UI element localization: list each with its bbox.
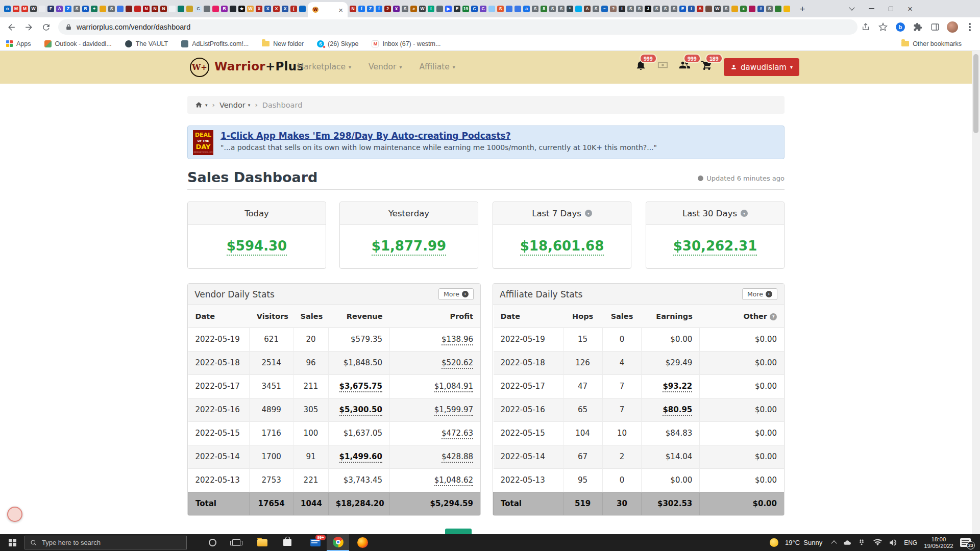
volume-icon[interactable] <box>889 538 897 547</box>
browser-tab[interactable]: M <box>12 0 20 17</box>
bookmark-item[interactable]: MInbox (67) - westm... <box>372 40 440 47</box>
window-restore-button[interactable] <box>881 0 900 17</box>
browser-tab[interactable] <box>229 0 237 17</box>
browser-tab[interactable]: t <box>427 0 435 17</box>
deal-of-the-day-badge[interactable]: DEAL OF THE DAY www.warriorplus.com <box>193 130 213 155</box>
browser-tab[interactable] <box>704 0 713 17</box>
browser-tab[interactable] <box>125 0 133 17</box>
browser-tab[interactable]: o <box>3 0 12 17</box>
browser-tab[interactable] <box>774 0 782 17</box>
browser-tab[interactable]: ? <box>609 0 618 17</box>
caret-circle-icon[interactable]: ▾ <box>585 210 592 217</box>
browser-tab[interactable]: S <box>107 0 116 17</box>
browser-tab[interactable]: f <box>357 0 366 17</box>
apps-shortcut[interactable]: Apps <box>6 40 31 47</box>
stat-card-value[interactable]: $1,877.99 <box>372 238 446 256</box>
stat-card-value[interactable]: $30,262.31 <box>673 238 757 256</box>
browser-tab[interactable]: 19 <box>461 0 470 17</box>
browser-tab[interactable]: S <box>670 0 678 17</box>
browser-tab[interactable]: S <box>496 0 505 17</box>
browser-tab[interactable]: Z <box>366 0 375 17</box>
weather-text[interactable]: 19°C Sunny <box>785 539 822 546</box>
browser-tab[interactable]: I <box>618 0 626 17</box>
browser-tab[interactable]: C <box>194 0 203 17</box>
vendor-more-button[interactable]: More › <box>438 288 474 300</box>
browser-tab[interactable]: ▶ <box>444 0 453 17</box>
profile-avatar[interactable] <box>944 20 961 34</box>
browser-tab[interactable]: ~ <box>600 0 609 17</box>
value-link[interactable]: $472.63 <box>442 429 473 439</box>
browser-tab[interactable]: W <box>418 0 427 17</box>
browser-tab[interactable]: S <box>72 0 81 17</box>
action-center-icon[interactable]: 23 <box>960 538 971 547</box>
browser-tab[interactable]: A <box>583 0 592 17</box>
browser-tab[interactable]: ( <box>289 0 298 17</box>
browser-tab[interactable]: f <box>375 0 383 17</box>
value-link[interactable]: $1,048.62 <box>434 475 473 486</box>
stat-card-value[interactable]: $594.30 <box>227 238 287 256</box>
browser-tab[interactable] <box>574 0 583 17</box>
tab-close-icon[interactable]: × <box>338 6 343 14</box>
browser-tab[interactable]: S <box>652 0 661 17</box>
breadcrumb-vendor[interactable]: Vendor ▾ <box>219 101 250 109</box>
browser-tab[interactable] <box>203 0 211 17</box>
weather-sun-icon[interactable] <box>770 538 778 547</box>
browser-tab[interactable] <box>730 0 739 17</box>
active-tab[interactable]: W × <box>308 2 348 17</box>
browser-tab[interactable]: X <box>281 0 289 17</box>
browser-tab[interactable]: * <box>566 0 574 17</box>
taskbar-task-view-icon[interactable] <box>225 534 248 551</box>
language-indicator[interactable]: ENG <box>904 539 917 546</box>
browser-tab[interactable] <box>177 0 185 17</box>
address-bar[interactable]: warriorplus.com/vendor/dashboard <box>58 19 857 35</box>
value-link[interactable]: $80.95 <box>663 405 692 416</box>
forward-button[interactable] <box>21 20 36 34</box>
browser-tab[interactable]: + <box>90 0 99 17</box>
screen-recorder-bubble[interactable] <box>7 507 22 522</box>
value-link[interactable]: $138.96 <box>442 335 473 345</box>
breadcrumb-home[interactable]: ▾ <box>195 101 208 109</box>
browser-tab[interactable]: S <box>765 0 774 17</box>
bookmark-item[interactable]: The VAULT <box>125 40 168 47</box>
value-link[interactable]: $1,599.97 <box>434 405 473 416</box>
browser-tab[interactable]: 2 <box>383 0 392 17</box>
back-button[interactable] <box>4 20 18 34</box>
value-link[interactable]: $520.62 <box>442 358 473 369</box>
scrollbar-thumb[interactable] <box>973 54 978 133</box>
browser-tab[interactable] <box>782 0 791 17</box>
caret-circle-icon[interactable]: ▾ <box>741 210 748 217</box>
browser-tab[interactable]: N <box>151 0 159 17</box>
browser-tab[interactable]: # <box>756 0 765 17</box>
browser-tab[interactable]: S <box>722 0 730 17</box>
browser-tab[interactable] <box>298 0 307 17</box>
taskbar-file-explorer-icon[interactable] <box>251 534 274 551</box>
browser-tab[interactable] <box>435 0 444 17</box>
browser-tab[interactable]: B <box>220 0 229 17</box>
value-link[interactable]: $3,675.75 <box>339 382 382 392</box>
share-icon[interactable] <box>857 20 874 34</box>
browser-tab[interactable]: a <box>522 0 531 17</box>
browser-tab[interactable]: E <box>453 0 461 17</box>
bookmark-item[interactable]: New folder <box>262 40 304 47</box>
dropbox-icon[interactable] <box>858 538 867 547</box>
reload-button[interactable] <box>39 20 53 34</box>
puzzle-extensions-icon[interactable] <box>910 20 926 34</box>
browser-tab[interactable]: X <box>263 0 272 17</box>
taskbar-cortana-icon[interactable] <box>201 534 224 551</box>
browser-tab[interactable] <box>133 0 142 17</box>
tab-search-icon[interactable] <box>842 0 862 17</box>
side-panel-icon[interactable] <box>927 20 943 34</box>
browser-tab[interactable]: S <box>548 0 557 17</box>
browser-tab[interactable]: X <box>255 0 263 17</box>
stat-card-value[interactable]: $18,601.68 <box>520 238 604 256</box>
extension-icon[interactable]: b <box>892 20 909 34</box>
browser-tab[interactable]: ¥ <box>392 0 401 17</box>
taskbar-firefox-icon[interactable] <box>351 534 374 551</box>
browser-tab[interactable]: S <box>635 0 644 17</box>
browser-tab[interactable]: S <box>557 0 566 17</box>
browser-tab[interactable] <box>99 0 107 17</box>
other-bookmarks[interactable]: Other bookmarks <box>901 40 962 47</box>
value-link[interactable]: $428.88 <box>442 452 473 463</box>
browser-tab[interactable]: X <box>272 0 281 17</box>
browser-tab[interactable] <box>211 0 220 17</box>
